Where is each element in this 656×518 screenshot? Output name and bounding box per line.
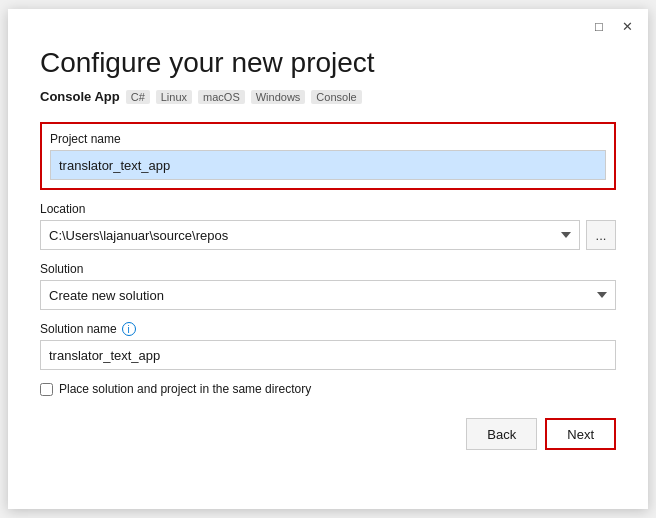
solution-section: Solution Create new solution (40, 262, 616, 310)
project-name-label: Project name (50, 132, 606, 146)
location-select[interactable]: C:\Users\lajanuar\source\repos (40, 220, 580, 250)
solution-select[interactable]: Create new solution (40, 280, 616, 310)
same-directory-label: Place solution and project in the same d… (59, 382, 311, 396)
tag-linux: Linux (156, 90, 192, 104)
title-bar: □ ✕ (590, 17, 636, 35)
back-button[interactable]: Back (466, 418, 537, 450)
browse-button[interactable]: ... (586, 220, 616, 250)
solution-name-input[interactable] (40, 340, 616, 370)
next-button[interactable]: Next (545, 418, 616, 450)
location-section: Location C:\Users\lajanuar\source\repos … (40, 202, 616, 250)
tag-windows: Windows (251, 90, 306, 104)
configure-project-dialog: □ ✕ Configure your new project Console A… (8, 9, 648, 509)
tag-csharp: C# (126, 90, 150, 104)
project-name-section: Project name (40, 122, 616, 190)
tag-console: Console (311, 90, 361, 104)
solution-name-section: Solution name i (40, 322, 616, 370)
footer-buttons: Back Next (40, 418, 616, 450)
solution-name-label: Solution name i (40, 322, 616, 336)
minimize-button[interactable]: □ (590, 17, 608, 35)
location-label: Location (40, 202, 616, 216)
info-icon[interactable]: i (122, 322, 136, 336)
location-row: C:\Users\lajanuar\source\repos ... (40, 220, 616, 250)
subtitle-row: Console App C# Linux macOS Windows Conso… (40, 89, 616, 104)
same-directory-row: Place solution and project in the same d… (40, 382, 616, 396)
page-title: Configure your new project (40, 47, 616, 79)
app-type-label: Console App (40, 89, 120, 104)
same-directory-checkbox[interactable] (40, 383, 53, 396)
close-button[interactable]: ✕ (618, 17, 636, 35)
project-name-input[interactable] (50, 150, 606, 180)
tag-macos: macOS (198, 90, 245, 104)
solution-label: Solution (40, 262, 616, 276)
